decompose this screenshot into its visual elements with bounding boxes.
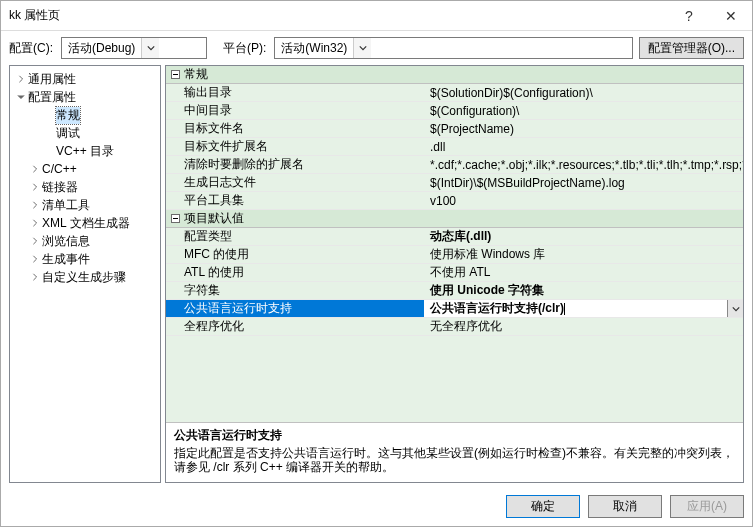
tree-item[interactable]: 链接器	[12, 178, 158, 196]
category-label: 常规	[184, 66, 208, 83]
tree-item-label: C/C++	[42, 162, 77, 176]
category-row[interactable]: 常规	[166, 66, 743, 84]
property-name: 清除时要删除的扩展名	[166, 156, 424, 173]
config-combo[interactable]: 活动(Debug)	[61, 37, 207, 59]
property-value[interactable]: 动态库(.dll)	[424, 228, 743, 245]
cancel-button[interactable]: 取消	[588, 495, 662, 518]
tree-item[interactable]: 浏览信息	[12, 232, 158, 250]
tree-item[interactable]: 通用属性	[12, 70, 158, 88]
property-row[interactable]: 生成日志文件$(IntDir)\$(MSBuildProjectName).lo…	[166, 174, 743, 192]
nav-tree[interactable]: 通用属性配置属性常规调试VC++ 目录C/C++链接器清单工具XML 文档生成器…	[9, 65, 161, 483]
tree-item-label: 调试	[56, 125, 80, 142]
property-row[interactable]: 全程序优化无全程序优化	[166, 318, 743, 336]
chevron-down-icon	[141, 38, 159, 58]
tree-item[interactable]: C/C++	[12, 160, 158, 178]
tree-item[interactable]: 生成事件	[12, 250, 158, 268]
property-value[interactable]: *.cdf;*.cache;*.obj;*.ilk;*.resources;*.…	[424, 156, 743, 173]
tree-item-label: 通用属性	[28, 71, 76, 88]
tree-item[interactable]: 配置属性	[12, 88, 158, 106]
platform-value: 活动(Win32)	[275, 38, 353, 58]
property-panel: 常规输出目录$(SolutionDir)$(Configuration)\中间目…	[165, 65, 744, 483]
property-value[interactable]: $(SolutionDir)$(Configuration)\	[424, 84, 743, 101]
property-row[interactable]: 目标文件名$(ProjectName)	[166, 120, 743, 138]
config-value: 活动(Debug)	[62, 38, 141, 58]
platform-combo[interactable]: 活动(Win32)	[274, 37, 632, 59]
property-row[interactable]: 目标文件扩展名.dll	[166, 138, 743, 156]
property-value[interactable]: 公共语言运行时支持(/clr)	[424, 300, 727, 317]
collapse-icon	[166, 70, 184, 79]
tree-item[interactable]: 清单工具	[12, 196, 158, 214]
property-value[interactable]: 不使用 ATL	[424, 264, 743, 281]
config-label: 配置(C):	[9, 40, 53, 57]
property-name: 目标文件扩展名	[166, 138, 424, 155]
ok-button[interactable]: 确定	[506, 495, 580, 518]
property-row[interactable]: ATL 的使用不使用 ATL	[166, 264, 743, 282]
chevron-down-icon	[353, 38, 371, 58]
tree-item-label: XML 文档生成器	[42, 215, 130, 232]
category-label: 项目默认值	[184, 210, 244, 227]
property-name: MFC 的使用	[166, 246, 424, 263]
property-name: 配置类型	[166, 228, 424, 245]
chevron-right-icon	[28, 273, 42, 281]
grid-empty-area	[166, 336, 743, 422]
property-value[interactable]: $(IntDir)\$(MSBuildProjectName).log	[424, 174, 743, 191]
tree-item-label: 配置属性	[28, 89, 76, 106]
tree-item-label: 常规	[56, 107, 80, 124]
property-name: 输出目录	[166, 84, 424, 101]
tree-item-label: VC++ 目录	[56, 143, 114, 160]
property-value[interactable]: .dll	[424, 138, 743, 155]
content-area: 通用属性配置属性常规调试VC++ 目录C/C++链接器清单工具XML 文档生成器…	[1, 65, 752, 487]
property-value[interactable]: v100	[424, 192, 743, 209]
property-name: 生成日志文件	[166, 174, 424, 191]
tree-item-label: 自定义生成步骤	[42, 269, 126, 286]
tree-item-label: 清单工具	[42, 197, 90, 214]
property-row[interactable]: 公共语言运行时支持公共语言运行时支持(/clr)	[166, 300, 743, 318]
tree-item[interactable]: 调试	[12, 124, 158, 142]
property-name: 公共语言运行时支持	[166, 300, 424, 317]
dialog-footer: 确定 取消 应用(A)	[1, 487, 752, 526]
tree-item[interactable]: 常规	[12, 106, 158, 124]
close-button[interactable]: ✕	[710, 1, 752, 31]
property-name: 全程序优化	[166, 318, 424, 335]
description-title: 公共语言运行时支持	[174, 427, 735, 444]
titlebar: kk 属性页 ? ✕	[1, 1, 752, 31]
property-row[interactable]: 输出目录$(SolutionDir)$(Configuration)\	[166, 84, 743, 102]
chevron-down-icon	[14, 93, 28, 101]
chevron-right-icon	[14, 75, 28, 83]
property-row[interactable]: 中间目录$(Configuration)\	[166, 102, 743, 120]
config-toolbar: 配置(C): 活动(Debug) 平台(P): 活动(Win32) 配置管理器(…	[1, 31, 752, 65]
property-row[interactable]: 清除时要删除的扩展名*.cdf;*.cache;*.obj;*.ilk;*.re…	[166, 156, 743, 174]
property-name: ATL 的使用	[166, 264, 424, 281]
chevron-right-icon	[28, 255, 42, 263]
property-name: 目标文件名	[166, 120, 424, 137]
property-row[interactable]: 字符集使用 Unicode 字符集	[166, 282, 743, 300]
apply-button[interactable]: 应用(A)	[670, 495, 744, 518]
tree-item[interactable]: 自定义生成步骤	[12, 268, 158, 286]
tree-item[interactable]: VC++ 目录	[12, 142, 158, 160]
chevron-right-icon	[28, 237, 42, 245]
dropdown-button[interactable]	[727, 300, 743, 317]
tree-item-label: 链接器	[42, 179, 78, 196]
property-value[interactable]: $(ProjectName)	[424, 120, 743, 137]
property-page-window: kk 属性页 ? ✕ 配置(C): 活动(Debug) 平台(P): 活动(Wi…	[0, 0, 753, 527]
property-value[interactable]: 使用标准 Windows 库	[424, 246, 743, 263]
property-row[interactable]: MFC 的使用使用标准 Windows 库	[166, 246, 743, 264]
config-manager-button[interactable]: 配置管理器(O)...	[639, 37, 744, 59]
property-row[interactable]: 配置类型动态库(.dll)	[166, 228, 743, 246]
window-title: kk 属性页	[9, 7, 60, 24]
property-name: 平台工具集	[166, 192, 424, 209]
property-name: 中间目录	[166, 102, 424, 119]
property-grid[interactable]: 常规输出目录$(SolutionDir)$(Configuration)\中间目…	[166, 66, 743, 422]
property-value[interactable]: 使用 Unicode 字符集	[424, 282, 743, 299]
help-button[interactable]: ?	[668, 1, 710, 31]
chevron-right-icon	[28, 219, 42, 227]
tree-item[interactable]: XML 文档生成器	[12, 214, 158, 232]
chevron-right-icon	[28, 165, 42, 173]
property-row[interactable]: 平台工具集v100	[166, 192, 743, 210]
platform-label: 平台(P):	[223, 40, 266, 57]
category-row[interactable]: 项目默认值	[166, 210, 743, 228]
chevron-right-icon	[28, 201, 42, 209]
tree-item-label: 生成事件	[42, 251, 90, 268]
property-value[interactable]: $(Configuration)\	[424, 102, 743, 119]
property-value[interactable]: 无全程序优化	[424, 318, 743, 335]
